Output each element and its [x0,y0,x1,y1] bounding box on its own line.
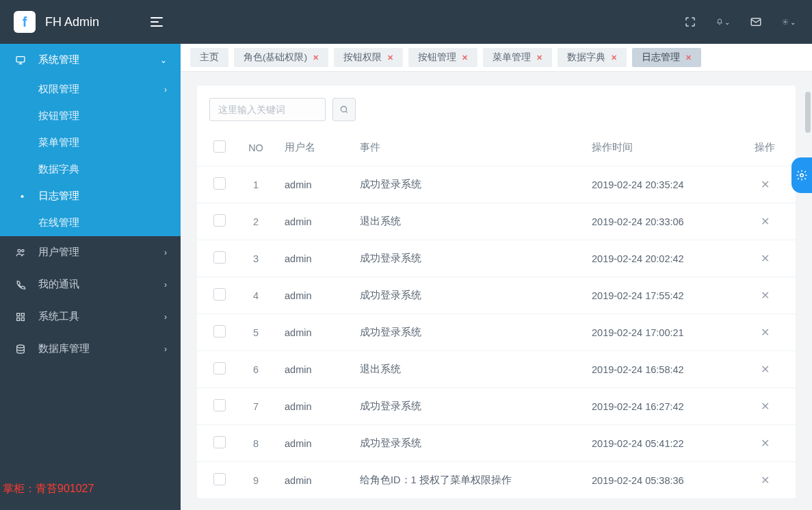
sidebar-item-user[interactable]: 用户管理 › [0,236,181,268]
svg-rect-5 [17,313,20,316]
sub-item-dict[interactable]: 数据字典 [0,156,181,183]
row-checkbox[interactable] [213,399,226,411]
row-checkbox[interactable] [213,473,226,485]
tab-4[interactable]: 菜单管理✕ [483,48,552,67]
chevron-right-icon: › [164,312,167,322]
sidebar-item-contacts[interactable]: 我的通讯 › [0,268,181,301]
delete-button[interactable]: ✕ [761,437,770,449]
delete-button[interactable]: ✕ [761,400,770,412]
th-user: 用户名 [276,129,352,166]
gear-icon [796,169,808,181]
close-icon[interactable]: ✕ [313,53,319,62]
gear-icon[interactable]: ⌄ [782,15,796,29]
cell-time: 2019-02-24 20:33:06 [584,203,734,240]
fullscreen-icon[interactable] [683,15,697,29]
chevron-down-icon: ⌄ [160,55,167,65]
sub-item-log[interactable]: 日志管理 [0,183,181,209]
sub-item-menu-mgmt[interactable]: 菜单管理 [0,129,181,156]
theme-settings-button[interactable] [791,157,812,193]
cell-event: 给角色ID：1 授权了菜单权限操作 [352,462,584,499]
cell-time: 2019-02-24 05:38:36 [584,462,734,499]
svg-point-9 [17,345,25,348]
cell-time: 2019-02-24 05:41:22 [584,425,734,462]
th-action: 操作 [734,129,796,166]
sidebar-item-system[interactable]: 系统管理 ⌄ [0,44,181,76]
row-checkbox[interactable] [213,436,226,448]
search-button[interactable] [332,98,356,121]
tab-5[interactable]: 数据字典✕ [558,48,627,67]
th-time: 操作时间 [584,129,734,166]
topbar-actions: ⌄ ⌄ [683,15,812,29]
delete-button[interactable]: ✕ [761,216,770,227]
search-input[interactable] [209,98,326,121]
cell-user: admin [276,425,352,462]
sub-item-online[interactable]: 在线管理 [0,209,181,236]
tab-2[interactable]: 按钮权限✕ [334,48,403,67]
cell-time: 2019-02-24 16:27:42 [584,388,734,425]
delete-button[interactable]: ✕ [761,179,770,190]
cell-user: admin [276,462,352,499]
sidebar-item-db[interactable]: 数据库管理 › [0,333,181,365]
cell-user: admin [276,203,352,240]
tab-label: 角色(基础权限) [244,51,307,64]
menu-toggle-icon[interactable] [150,14,167,30]
svg-point-10 [341,106,346,112]
bell-icon[interactable]: ⌄ [716,15,730,29]
cell-user: admin [276,388,352,425]
table-row: 4admin成功登录系统2019-02-24 17:55:42✕ [197,277,796,314]
log-card: NO 用户名 事件 操作时间 操作 1admin成功登录系统2019-02-24… [197,86,796,499]
cell-user: admin [276,277,352,314]
main: 主页角色(基础权限)✕按钮权限✕按钮管理✕菜单管理✕数据字典✕日志管理✕ NO … [181,44,812,510]
cell-no: 1 [235,166,276,203]
row-checkbox[interactable] [213,325,226,337]
close-icon[interactable]: ✕ [536,53,542,62]
mail-icon[interactable] [749,15,763,29]
search-icon [339,105,349,114]
sub-item-permission[interactable]: 权限管理› [0,76,181,103]
tab-label: 按钮权限 [343,51,382,64]
svg-rect-7 [17,318,20,320]
search-row [197,98,796,129]
tab-1[interactable]: 角色(基础权限)✕ [234,48,328,67]
chevron-right-icon: › [164,344,167,354]
cell-no: 5 [235,314,276,351]
logo-icon: f [14,11,36,33]
topbar: f FH Admin ⌄ ⌄ [0,0,812,44]
close-icon[interactable]: ✕ [611,53,617,62]
row-checkbox[interactable] [213,362,226,374]
cell-no: 4 [235,277,276,314]
table-row: 2admin退出系统2019-02-24 20:33:06✕ [197,203,796,240]
row-checkbox[interactable] [213,177,226,190]
tab-6[interactable]: 日志管理✕ [632,48,701,67]
sub-item-button-mgmt[interactable]: 按钮管理 [0,103,181,129]
tab-3[interactable]: 按钮管理✕ [408,48,477,67]
monitor-icon [14,55,27,66]
log-table: NO 用户名 事件 操作时间 操作 1admin成功登录系统2019-02-24… [197,129,796,499]
svg-point-4 [22,249,24,251]
close-icon[interactable]: ✕ [387,53,393,62]
sidebar-submenu: 权限管理› 按钮管理 菜单管理 数据字典 日志管理 在线管理 [0,76,181,236]
tab-0[interactable]: 主页 [190,48,228,67]
delete-button[interactable]: ✕ [761,253,770,264]
cell-event: 成功登录系统 [352,314,584,351]
scrollbar[interactable] [805,92,811,133]
row-checkbox[interactable] [213,251,226,264]
sidebar-item-tools[interactable]: 系统工具 › [0,301,181,333]
table-row: 6admin退出系统2019-02-24 16:58:42✕ [197,351,796,388]
checkbox-all[interactable] [213,140,226,153]
close-icon[interactable]: ✕ [462,53,468,62]
cell-event: 成功登录系统 [352,166,584,203]
close-icon[interactable]: ✕ [685,53,692,62]
cell-event: 成功登录系统 [352,425,584,462]
delete-button[interactable]: ✕ [761,364,770,375]
delete-button[interactable]: ✕ [761,327,770,338]
content-area: NO 用户名 事件 操作时间 操作 1admin成功登录系统2019-02-24… [181,72,812,510]
delete-button[interactable]: ✕ [761,474,770,486]
sidebar: 系统管理 ⌄ 权限管理› 按钮管理 菜单管理 数据字典 日志管理 在线管理 用户… [0,44,181,510]
row-checkbox[interactable] [213,214,226,227]
footer-note: 掌柜：青苔901027 [0,482,94,496]
row-checkbox[interactable] [213,288,226,301]
th-no: NO [235,129,276,166]
delete-button[interactable]: ✕ [761,290,770,301]
cell-event: 退出系统 [352,203,584,240]
